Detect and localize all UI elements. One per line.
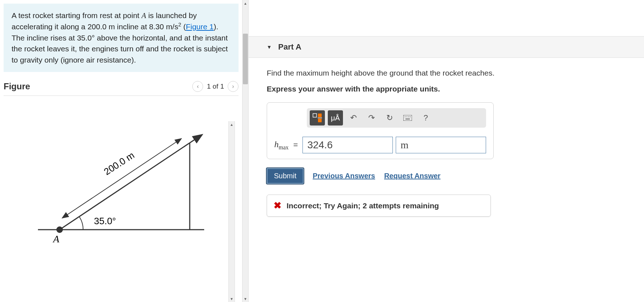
figure-prev-button[interactable]: ‹ [192, 81, 203, 92]
main-scrollbar[interactable]: ▲ ▼ [242, 0, 249, 302]
request-answer-link[interactable]: Request Answer [384, 172, 441, 180]
instruction-text: Express your answer with the appropriate… [267, 85, 626, 93]
svg-text:A: A [52, 233, 60, 244]
svg-rect-16 [403, 115, 412, 121]
units-button[interactable]: μÅ [328, 110, 343, 126]
reset-button[interactable]: ↻ [382, 110, 397, 126]
feedback-box: ✖ Incorrect; Try Again; 2 attempts remai… [267, 195, 491, 217]
svg-text:35.0°: 35.0° [94, 216, 116, 226]
incorrect-icon: ✖ [274, 200, 282, 211]
answer-row: hmax = [274, 137, 486, 153]
svg-text:200.0 m: 200.0 m [102, 150, 136, 177]
right-panel: ▼ Part A Find the maximum height above t… [249, 0, 644, 302]
svg-point-17 [405, 116, 405, 117]
figure-title: Figure [4, 81, 30, 92]
rocket-incline-diagram: A 35.0° 200.0 m [31, 125, 211, 248]
scroll-down-icon[interactable]: ▼ [242, 295, 248, 302]
svg-rect-13 [318, 114, 322, 117]
svg-point-19 [408, 116, 409, 117]
figure-scrollbar[interactable]: ▲ ▼ [228, 121, 235, 302]
question-text: Find the maximum height above the ground… [267, 69, 626, 77]
left-panel: A test rocket starting from rest at poin… [0, 0, 242, 302]
feedback-text: Incorrect; Try Again; 2 attempts remaini… [287, 201, 439, 210]
part-body: Find the maximum height above the ground… [249, 58, 644, 227]
figure-counter: 1 of 1 [207, 82, 224, 90]
figure-next-button[interactable]: › [228, 81, 239, 92]
svg-rect-12 [313, 114, 317, 117]
svg-point-18 [407, 116, 407, 117]
previous-answers-link[interactable]: Previous Answers [313, 172, 375, 180]
svg-line-9 [62, 139, 181, 218]
caret-down-icon: ▼ [267, 44, 272, 50]
variable-label: hmax [274, 140, 289, 151]
templates-button[interactable] [310, 110, 325, 126]
svg-point-20 [410, 116, 411, 117]
problem-statement: A test rocket starting from rest at poin… [4, 4, 239, 72]
scroll-down-icon[interactable]: ▼ [229, 295, 235, 302]
undo-button[interactable]: ↶ [346, 110, 361, 126]
figure-area: A 35.0° 200.0 m [4, 99, 239, 259]
keyboard-button[interactable] [400, 110, 415, 126]
answer-unit-input[interactable] [396, 137, 486, 153]
help-button[interactable]: ? [418, 110, 433, 126]
submit-button[interactable]: Submit [267, 168, 304, 184]
figure-link[interactable]: Figure 1 [186, 22, 214, 31]
scroll-up-icon[interactable]: ▲ [229, 121, 235, 128]
scrollbar-thumb[interactable] [243, 34, 248, 84]
svg-line-11 [190, 135, 202, 143]
redo-button[interactable]: ↷ [364, 110, 379, 126]
figure-header: Figure ‹ 1 of 1 › [4, 81, 239, 96]
figure-nav: ‹ 1 of 1 › [192, 81, 239, 92]
submit-row: Submit Previous Answers Request Answer [267, 168, 626, 184]
svg-rect-14 [318, 119, 322, 122]
answer-toolbar: μÅ ↶ ↷ ↻ ? [307, 108, 486, 128]
part-title: Part A [278, 42, 301, 52]
part-header[interactable]: ▼ Part A [249, 36, 644, 58]
answer-box: μÅ ↶ ↷ ↻ ? hmax = [267, 102, 494, 159]
equals-sign: = [293, 140, 298, 150]
scroll-up-icon[interactable]: ▲ [242, 0, 248, 7]
answer-value-input[interactable] [302, 137, 393, 153]
svg-rect-21 [405, 119, 410, 119]
svg-point-6 [56, 226, 63, 233]
